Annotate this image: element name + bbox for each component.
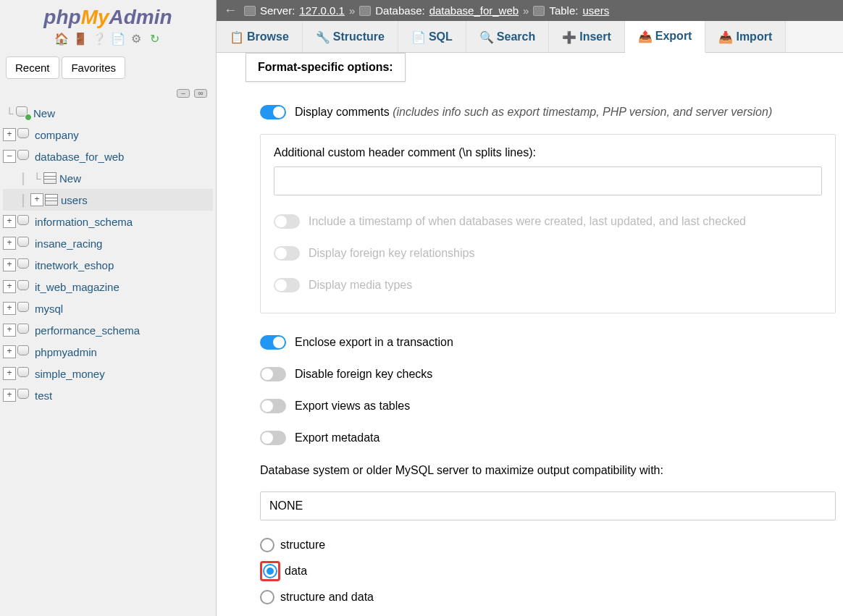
tab-search[interactable]: 🔍Search [466,21,549,52]
radio-data[interactable]: data [260,557,836,586]
custom-header-label: Additional custom header comment (\n spl… [274,146,822,159]
toggle-include-timestamp [274,214,300,229]
docs-icon[interactable]: ❔ [92,32,105,45]
custom-header-input[interactable] [274,166,822,195]
new-table-link[interactable]: New [59,172,81,185]
radio-structure[interactable]: structure [260,533,836,557]
tab-browse[interactable]: 📋Browse [217,21,303,52]
tree-db-performance-schema[interactable]: + performance_schema [3,319,213,341]
expand-icon[interactable]: + [3,215,16,228]
toggle-disable-fk[interactable] [260,367,286,381]
tab-export[interactable]: 📤Export [625,21,706,53]
database-link[interactable]: database_for_web [429,4,519,17]
new-db-link[interactable]: New [33,107,55,119]
collapse-icon[interactable]: – [3,150,16,163]
tree-db-itnetwork-eshop[interactable]: + itnetwork_eshop [3,254,213,276]
link-icon[interactable]: ∞ [194,89,207,98]
db-label[interactable]: database_for_web [35,151,124,163]
sidebar-tabs: Recent Favorites [0,54,216,82]
expand-icon[interactable]: + [3,128,16,141]
tab-sql[interactable]: 📄SQL [398,21,466,52]
db-label[interactable]: information_schema [35,216,133,228]
logo-my: My [81,6,109,28]
expand-icon[interactable]: + [3,302,16,315]
phpmyadmin-logo[interactable]: phpMyAdmin [0,6,216,29]
compat-select[interactable] [260,491,836,520]
logout-icon[interactable]: 🚪 [73,32,86,45]
radio-icon[interactable] [263,564,277,578]
expand-icon[interactable]: + [3,345,16,358]
expand-icon[interactable]: + [3,280,16,293]
toggle-export-metadata[interactable] [260,431,286,445]
tab-structure[interactable]: 🔧Structure [303,21,398,52]
search-icon: 🔍 [479,30,492,43]
recent-button[interactable]: Recent [6,56,59,79]
db-label[interactable]: it_web_magazine [35,281,119,293]
expand-icon[interactable]: + [3,389,16,402]
server-link[interactable]: 127.0.0.1 [299,4,345,17]
db-label[interactable]: simple_money [35,368,105,380]
tree-db-insane-racing[interactable]: + insane_racing [3,232,213,254]
top-nav: 📋Browse 🔧Structure 📄SQL 🔍Search ➕Insert … [217,21,843,53]
table-link[interactable]: users [582,4,609,17]
logo-php: php [43,6,80,28]
db-label[interactable]: mysql [35,303,63,315]
tree-db-simple-money[interactable]: + simple_money [3,363,213,384]
tree-db-test[interactable]: + test [3,384,213,406]
opt-disable-fk: Disable foreign key checks [260,358,836,390]
tree-db-information-schema[interactable]: + information_schema [3,211,213,232]
tree-db-company[interactable]: + company [3,124,213,145]
tree-db-it-web-magazine[interactable]: + it_web_magazine [3,276,213,298]
display-comments-hint: (includes info such as export timestamp,… [393,106,772,118]
db-label[interactable]: performance_schema [35,324,140,337]
tab-insert[interactable]: ➕Insert [549,21,625,52]
db-label[interactable]: itnetwork_eshop [35,259,114,271]
tree-child-users[interactable]: │ + users [3,189,213,211]
expand-icon[interactable]: + [30,193,43,206]
expand-icon[interactable]: + [3,367,16,380]
sql-icon[interactable]: 📄 [111,32,124,45]
tree-db-database-for-web[interactable]: – database_for_web [3,145,213,167]
db-label[interactable]: phpmyadmin [35,346,97,358]
expand-icon[interactable]: + [3,237,16,250]
db-label[interactable]: company [35,129,79,141]
compat-label: Database system or older MySQL server to… [260,464,836,477]
table-label[interactable]: users [61,194,88,206]
collapse-all-icon[interactable]: – [177,89,190,98]
tab-import[interactable]: 📥Import [705,21,786,52]
tree-db-phpmyadmin[interactable]: + phpmyadmin [3,341,213,363]
radio-structure-and-data[interactable]: structure and data [260,586,836,609]
display-media-label: Display media types [309,279,412,292]
tree-controls: – ∞ [0,82,216,102]
table-bc-icon [533,6,545,16]
table-new-icon [43,172,56,184]
back-arrow-icon[interactable]: ← [224,3,237,18]
settings-icon[interactable]: ⚙ [130,32,143,45]
import-icon: 📥 [718,30,731,43]
export-icon: 📤 [638,30,651,43]
database-tree: └ New + company – database_for_web │└ Ne… [0,102,216,406]
favorites-button[interactable]: Favorites [62,56,125,79]
browse-icon: 📋 [230,30,243,43]
include-timestamp-label: Include a timestamp of when databases we… [309,215,746,228]
db-label[interactable]: test [35,389,52,402]
server-icon [244,6,256,16]
tree-new-root[interactable]: └ New [3,102,213,124]
breadcrumb: ← Server: 127.0.0.1 » Database: database… [217,0,843,21]
radio-icon[interactable] [260,590,274,604]
toggle-enclose-transaction[interactable] [260,335,286,350]
toggle-export-views[interactable] [260,399,286,413]
tree-child-new[interactable]: │└ New [3,167,213,189]
toggle-display-comments[interactable] [260,105,286,119]
display-fk-label: Display foreign key relationships [309,247,474,260]
expand-icon[interactable]: + [3,258,16,271]
server-label: Server: [260,4,295,17]
tree-db-mysql[interactable]: + mysql [3,298,213,319]
radio-icon[interactable] [260,538,274,552]
expand-icon[interactable]: + [3,324,16,337]
reload-icon[interactable]: ↻ [148,32,162,45]
db-label[interactable]: insane_racing [35,237,102,250]
insert-icon: ➕ [562,30,575,43]
opt-enclose-transaction: Enclose export in a transaction [260,326,836,358]
home-icon[interactable]: 🏠 [54,32,67,45]
